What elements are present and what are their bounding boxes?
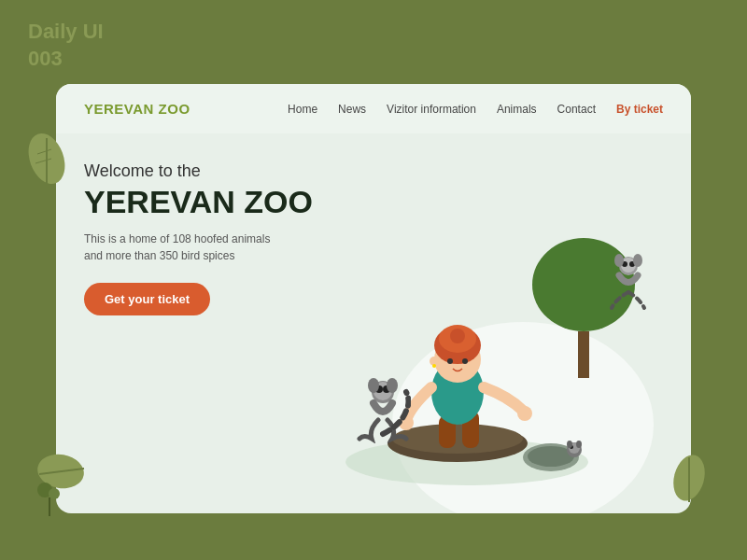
zoo-title: YEREVAN ZOO bbox=[84, 185, 313, 219]
svg-point-41 bbox=[567, 441, 572, 448]
hero-section: Welcome to the YEREVAN ZOO This is a hom… bbox=[56, 133, 691, 509]
nav-links: Home News Vizitor information Animals Co… bbox=[288, 103, 663, 116]
svg-point-25 bbox=[432, 364, 436, 368]
nav-visitor[interactable]: Vizitor information bbox=[387, 103, 476, 116]
nav-contact[interactable]: Contact bbox=[557, 103, 596, 116]
cta-button[interactable]: Get your ticket bbox=[84, 283, 210, 315]
svg-point-23 bbox=[462, 358, 468, 364]
navbar: YEREVAN ZOO Home News Vizitor informatio… bbox=[56, 84, 691, 133]
nav-ticket[interactable]: By ticket bbox=[616, 103, 663, 116]
logo: YEREVAN ZOO bbox=[84, 101, 190, 117]
leaf-top-left bbox=[19, 131, 75, 205]
main-card: YEREVAN ZOO Home News Vizitor informatio… bbox=[56, 84, 691, 513]
svg-point-36 bbox=[614, 254, 624, 267]
leaf-bottom-right bbox=[663, 448, 714, 509]
nav-animals[interactable]: Animals bbox=[497, 103, 537, 116]
nav-home[interactable]: Home bbox=[288, 103, 317, 116]
daily-ui-label: Daily UI 003 bbox=[28, 19, 104, 72]
svg-point-17 bbox=[517, 406, 532, 421]
lemur-right bbox=[602, 247, 654, 313]
svg-point-21 bbox=[450, 329, 465, 343]
lemur-left bbox=[355, 369, 411, 443]
welcome-text: Welcome to the bbox=[84, 161, 313, 181]
small-animal bbox=[560, 439, 588, 462]
tree-trunk bbox=[578, 331, 589, 378]
svg-point-22 bbox=[447, 358, 453, 364]
svg-point-30 bbox=[368, 378, 379, 393]
svg-point-42 bbox=[576, 441, 582, 448]
plant-decoration bbox=[35, 481, 63, 518]
svg-point-37 bbox=[633, 254, 642, 267]
svg-point-31 bbox=[387, 378, 398, 393]
illustration bbox=[336, 238, 672, 499]
svg-point-12 bbox=[392, 424, 523, 454]
hero-text: Welcome to the YEREVAN ZOO This is a hom… bbox=[84, 161, 313, 315]
description: This is a home of 108 hoofed animalsand … bbox=[84, 231, 289, 264]
nav-news[interactable]: News bbox=[338, 103, 366, 116]
